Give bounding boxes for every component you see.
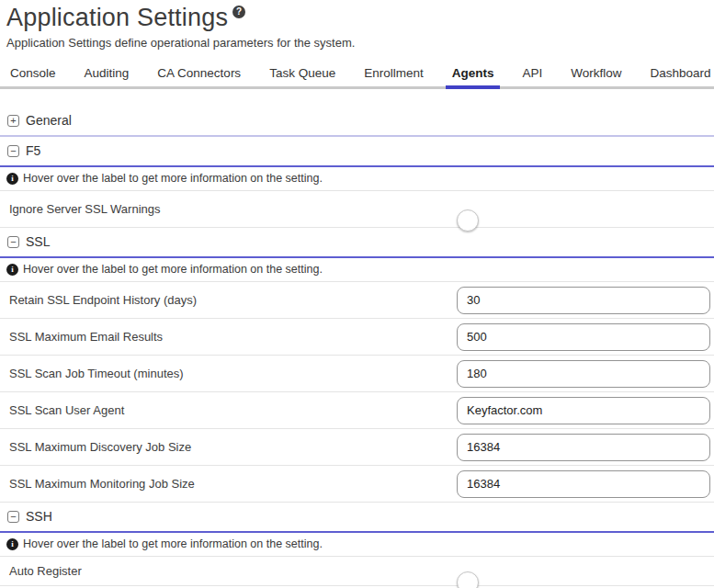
tab-console[interactable]: Console <box>9 62 57 86</box>
info-icon: i <box>6 538 18 550</box>
section-header-ssh[interactable]: − SSH <box>0 503 714 533</box>
setting-label: SSL Maximum Email Results <box>0 330 457 344</box>
expand-icon[interactable]: + <box>7 115 19 127</box>
collapse-icon[interactable]: − <box>7 145 19 157</box>
ssl-maximum-email-results-input[interactable] <box>457 323 710 351</box>
setting-label: SSL Maximum Monitoring Job Size <box>0 477 457 491</box>
toggle-knob <box>457 209 479 232</box>
tab-agents[interactable]: Agents <box>451 62 495 86</box>
page-header: Application Settings ? Application Setti… <box>0 0 714 50</box>
page-subtitle: Application Settings define operational … <box>6 36 707 50</box>
collapse-icon[interactable]: − <box>7 511 19 523</box>
info-row-f5: i Hover over the label to get more infor… <box>0 167 714 191</box>
setting-row-ssl-maximum-monitoring-job-size: SSL Maximum Monitoring Job Size <box>0 466 714 503</box>
info-row-ssl: i Hover over the label to get more infor… <box>0 258 714 282</box>
info-note: Hover over the label to get more informa… <box>23 263 323 276</box>
tab-ca-connectors[interactable]: CA Connectors <box>156 62 242 86</box>
section-header-ssl[interactable]: − SSL <box>0 228 714 258</box>
retain-ssl-endpoint-history-input[interactable] <box>457 287 710 314</box>
setting-row-ssl-scan-user-agent: SSL Scan User Agent <box>0 392 714 429</box>
section-title-general: General <box>26 113 72 128</box>
ssl-maximum-monitoring-job-size-input[interactable] <box>457 470 710 498</box>
info-note: Hover over the label to get more informa… <box>23 537 323 550</box>
setting-label: Auto Register <box>0 564 457 578</box>
toggle-knob <box>457 571 479 588</box>
setting-label: Retain SSL Endpoint History (days) <box>0 293 457 307</box>
collapse-icon[interactable]: − <box>7 236 19 248</box>
ssl-scan-user-agent-input[interactable] <box>457 397 710 424</box>
setting-label: SSL Scan User Agent <box>0 403 457 417</box>
section-title-f5: F5 <box>26 143 40 158</box>
tab-api[interactable]: API <box>521 62 543 86</box>
ssl-maximum-discovery-job-size-input[interactable] <box>457 434 710 461</box>
setting-row-ignore-server-ssl-warnings: Ignore Server SSL Warnings <box>0 191 714 228</box>
tab-enrollment[interactable]: Enrollment <box>363 62 425 86</box>
setting-label: SSL Scan Job Timeout (minutes) <box>0 367 457 380</box>
page-title: Application Settings <box>6 3 228 32</box>
section-title-ssh: SSH <box>26 509 52 524</box>
info-icon: i <box>6 264 18 276</box>
setting-label: Ignore Server SSL Warnings <box>0 202 457 216</box>
setting-row-auto-register: Auto Register <box>0 557 714 586</box>
setting-label: SSL Maximum Discovery Job Size <box>0 440 457 454</box>
info-icon: i <box>6 173 18 185</box>
settings-sections: + General − F5 i Hover over the label to… <box>0 107 714 586</box>
info-row-ssh: i Hover over the label to get more infor… <box>0 533 714 557</box>
section-header-f5[interactable]: − F5 <box>0 137 714 167</box>
tab-bar: Console Auditing CA Connectors Task Queu… <box>0 62 714 89</box>
section-title-ssl: SSL <box>26 234 50 249</box>
setting-row-ssl-maximum-email-results: SSL Maximum Email Results <box>0 319 714 356</box>
tab-auditing[interactable]: Auditing <box>84 62 130 86</box>
tab-dashboard-and-reports[interactable]: Dashboard and Reports <box>650 62 714 86</box>
help-icon[interactable]: ? <box>232 6 245 18</box>
section-header-general[interactable]: + General <box>0 107 714 137</box>
setting-row-ssl-maximum-discovery-job-size: SSL Maximum Discovery Job Size <box>0 429 714 466</box>
ssl-scan-job-timeout-input[interactable] <box>457 360 710 388</box>
info-note: Hover over the label to get more informa… <box>23 172 323 185</box>
tab-task-queue[interactable]: Task Queue <box>268 62 336 86</box>
tab-workflow[interactable]: Workflow <box>570 62 622 86</box>
setting-row-retain-ssl-endpoint-history: Retain SSL Endpoint History (days) <box>0 282 714 319</box>
setting-row-ssl-scan-job-timeout: SSL Scan Job Timeout (minutes) <box>0 356 714 392</box>
